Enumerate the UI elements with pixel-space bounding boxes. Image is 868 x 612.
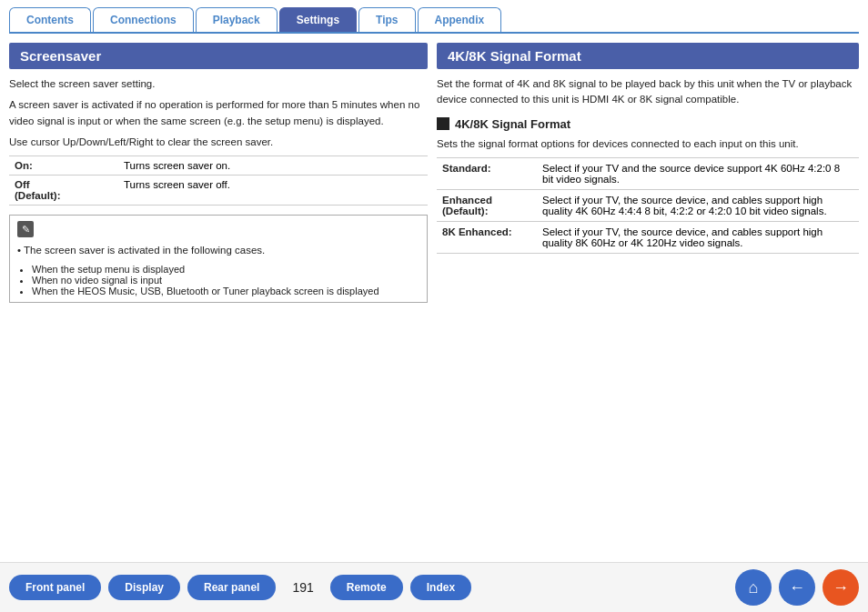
back-arrow-icon: ← [789,578,805,597]
index-button[interactable]: Index [410,575,471,600]
table-row: On: Turns screen saver on. [9,156,428,176]
right-panel: 4K/8K Signal Format Set the format of 4K… [437,43,859,543]
table-cell-label: Off(Default): [9,176,118,206]
screensaver-header: Screensaver [9,43,428,69]
tab-contents[interactable]: Contents [9,7,91,32]
forward-arrow-icon: → [833,578,849,597]
note-main-text: • The screen saver is activated in the f… [17,243,419,258]
table-cell-label: Enhanced(Default): [437,189,537,221]
sub-section-title: 4K/8K Signal Format [455,117,570,131]
note-list: When the setup menu is displayed When no… [17,264,419,296]
table-cell-label: 8K Enhanced: [437,221,537,253]
tab-settings[interactable]: Settings [279,7,357,32]
tab-connections[interactable]: Connections [93,7,194,32]
home-icon: ⌂ [749,578,759,597]
table-row: Standard: Select if your TV and the sour… [437,157,859,189]
rear-panel-button[interactable]: Rear panel [187,575,276,600]
tab-appendix[interactable]: Appendix [418,7,502,32]
note-box: ✎ • The screen saver is activated in the… [9,215,428,303]
table-row: Enhanced(Default): Select if your TV, th… [437,189,859,221]
sub-section-square-icon [437,117,449,130]
screensaver-table: On: Turns screen saver on. Off(Default):… [9,156,428,206]
screensaver-description: A screen saver is activated if no operat… [9,97,428,129]
signal-format-table: Standard: Select if your TV and the sour… [437,157,859,254]
svg-text:✎: ✎ [22,224,30,235]
signal-format-intro: Set the format of 4K and 8K signal to be… [437,76,859,108]
sub-section-header: 4K/8K Signal Format [437,117,859,131]
main-content: Screensaver Select the screen saver sett… [0,34,868,543]
left-panel: Screensaver Select the screen saver sett… [9,43,428,543]
table-row: 8K Enhanced: Select if your TV, the sour… [437,221,859,253]
list-item: When the setup menu is displayed [32,264,419,275]
screensaver-intro: Select the screen saver setting. [9,76,428,92]
tab-tips[interactable]: Tips [358,7,415,32]
table-cell-desc: Select if your TV and the source device … [537,157,859,189]
signal-format-header: 4K/8K Signal Format [437,43,859,69]
remote-button[interactable]: Remote [330,575,403,600]
top-navigation: Contents Connections Playback Settings T… [0,0,868,32]
table-cell-desc: Turns screen saver off. [118,176,428,206]
table-cell-label: On: [9,156,118,176]
table-row: Off(Default): Turns screen saver off. [9,176,428,206]
table-cell-desc: Select if your TV, the source device, an… [537,189,859,221]
tab-playback[interactable]: Playback [196,7,278,32]
display-button[interactable]: Display [108,575,180,600]
table-cell-label: Standard: [437,157,537,189]
list-item: When no video signal is input [32,275,419,286]
bottom-navigation: Front panel Display Rear panel 191 Remot… [0,562,868,612]
table-cell-desc: Turns screen saver on. [118,156,428,176]
list-item: When the HEOS Music, USB, Bluetooth or T… [32,286,419,296]
screensaver-cursor-text: Use cursor Up/Down/Left/Right to clear t… [9,135,428,150]
sub-section-intro: Sets the signal format options for devic… [437,136,859,152]
table-cell-desc: Select if your TV, the source device, an… [537,221,859,253]
page-number: 191 [292,580,313,595]
front-panel-button[interactable]: Front panel [9,575,101,600]
note-icon: ✎ [17,221,419,239]
forward-button[interactable]: → [823,569,859,606]
home-button[interactable]: ⌂ [735,569,772,606]
back-button[interactable]: ← [779,569,815,606]
